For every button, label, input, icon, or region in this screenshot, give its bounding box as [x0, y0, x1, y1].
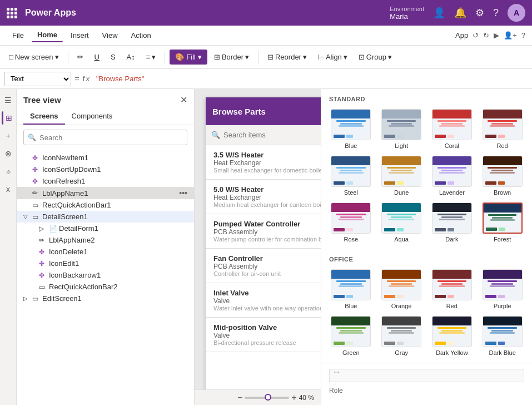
list-item[interactable]: ✤ IconBackarrow1: [17, 269, 194, 281]
persona-icon[interactable]: 👤: [433, 7, 445, 19]
theme-item-light[interactable]: Light: [380, 109, 424, 149]
border-btn[interactable]: ⊞ Border ▾: [210, 51, 253, 63]
theme-item-brown[interactable]: Brown: [480, 156, 524, 196]
app-label: App: [455, 31, 468, 39]
theme-item-rose[interactable]: Rose: [329, 202, 373, 243]
fill-icon: 🎨: [175, 53, 184, 61]
item-more-btn[interactable]: •••: [179, 189, 187, 197]
theme-item-blue[interactable]: Blue: [329, 109, 373, 149]
toolbar-sep3: [258, 51, 258, 64]
theme-item-lavender[interactable]: Lavender: [430, 156, 474, 196]
theme-preview: [483, 109, 523, 140]
item-icon: ▭: [39, 283, 47, 291]
theme-item-dune[interactable]: Dune: [380, 156, 424, 196]
menu-insert[interactable]: Insert: [65, 29, 95, 42]
redo-btn[interactable]: ↻: [483, 31, 489, 39]
run-btn[interactable]: ▶: [494, 31, 499, 39]
new-screen-btn[interactable]: □ New screen ▾: [4, 51, 63, 63]
screens-icon[interactable]: ⊞: [2, 111, 15, 125]
theme-item-office-blue[interactable]: Blue: [329, 269, 373, 309]
data-icon[interactable]: ⊗: [2, 147, 15, 160]
help-menu-btn[interactable]: ?: [521, 31, 525, 39]
tree-tab-components[interactable]: Components: [65, 108, 120, 125]
theme-name: Dark Blue: [489, 349, 515, 356]
theme-item-forest[interactable]: Forest: [480, 202, 524, 243]
strikethrough-btn[interactable]: S: [106, 51, 120, 63]
menu-view[interactable]: View: [97, 29, 123, 42]
theme-item-aqua[interactable]: Aqua: [380, 202, 424, 243]
list-item[interactable]: ✤ IconDelete1: [17, 246, 194, 258]
theme-item-office-dark-blue[interactable]: Dark Blue: [480, 316, 524, 356]
menu-home[interactable]: Home: [32, 28, 63, 42]
list-item[interactable]: ✤ IconEdit1: [17, 258, 194, 269]
theme-item-steel[interactable]: Steel: [329, 156, 373, 196]
env-name: Maria: [390, 12, 424, 21]
list-item[interactable]: ✏ LblAppName2: [17, 234, 194, 246]
item-label: LblAppName1: [42, 189, 177, 197]
item-label: IconRefresh1: [42, 177, 187, 185]
variable-icon[interactable]: x: [2, 182, 15, 196]
theme-name: Coral: [445, 142, 459, 149]
zoom-out-btn[interactable]: −: [237, 393, 242, 403]
theme-name: Dune: [394, 189, 409, 196]
menu-action[interactable]: Action: [126, 29, 157, 42]
help-icon[interactable]: ?: [493, 7, 499, 19]
theme-item-office-red[interactable]: Red: [430, 269, 474, 309]
settings-icon[interactable]: ⚙: [475, 7, 484, 19]
theme-dropdown-btn[interactable]: 🎨 Fill ▾: [170, 50, 207, 65]
property-select[interactable]: Text: [4, 72, 71, 86]
align-btn[interactable]: ≡ ▾: [142, 51, 161, 63]
tree-expand-chevron[interactable]: ▷: [23, 295, 30, 302]
theme-item-dark[interactable]: Dark: [430, 202, 474, 243]
tree-expand-chevron[interactable]: ▽: [23, 214, 30, 220]
tree-panel: Tree view ✕ Screens Components 🔍 ✤ IconN…: [17, 89, 195, 405]
item-label: DetailScreen1: [42, 213, 187, 221]
list-item[interactable]: ▷ 📄 DetailForm1: [17, 223, 194, 234]
hamburger-icon[interactable]: ☰: [2, 93, 15, 107]
office-themes-grid: Blue Orange: [321, 266, 532, 363]
list-item[interactable]: ▷ ▭ EditScreen1: [17, 293, 194, 304]
tree-close-btn[interactable]: ✕: [180, 95, 187, 105]
theme-preview: [331, 202, 371, 234]
list-item[interactable]: ✤ IconSortUpDown1: [17, 164, 194, 175]
text-style-btn[interactable]: ✏: [73, 51, 88, 63]
theme-item-office-dark-yellow[interactable]: Dark Yellow: [430, 316, 474, 356]
tree-search-input[interactable]: [23, 130, 187, 145]
theme-item-office-purple[interactable]: Purple: [480, 269, 524, 309]
theme-name: Forest: [494, 236, 511, 243]
add-icon[interactable]: +: [2, 129, 15, 142]
list-item[interactable]: ▭ RectQuickActionBar1: [17, 199, 194, 211]
zoom-slider[interactable]: [245, 397, 289, 399]
list-item[interactable]: ▭ RectQuickActionBar2: [17, 281, 194, 293]
item-icon: ✤: [39, 260, 47, 268]
zoom-value: 40 %: [299, 394, 314, 402]
group-btn[interactable]: ⊡ Group ▾: [354, 51, 396, 63]
share-btn[interactable]: 👤+: [504, 31, 517, 39]
align-text-btn[interactable]: ⊢ Align ▾: [314, 51, 352, 63]
undo-btn[interactable]: ↺: [473, 31, 479, 39]
tree-tab-screens[interactable]: Screens: [23, 108, 65, 125]
reorder-btn[interactable]: ⊟ Reorder ▾: [263, 51, 311, 63]
zoom-in-btn[interactable]: +: [291, 393, 296, 403]
user-avatar[interactable]: A: [508, 4, 525, 22]
theme-item-office-green[interactable]: Green: [329, 316, 373, 356]
theme-item-office-gray[interactable]: Gray: [380, 316, 424, 356]
list-item[interactable]: ✤ IconRefresh1: [17, 175, 194, 187]
theme-item-office-orange[interactable]: Orange: [380, 269, 424, 309]
underline-btn[interactable]: U: [90, 51, 104, 63]
theme-item-coral[interactable]: Coral: [430, 109, 474, 149]
notification-icon[interactable]: 🔔: [454, 7, 466, 19]
connector-icon[interactable]: ⟐: [2, 165, 15, 178]
menu-file[interactable]: File: [7, 29, 29, 42]
theme-name: Rose: [344, 236, 359, 243]
formula-value[interactable]: "Browse Parts": [93, 73, 528, 84]
list-item-selected[interactable]: ✏ LblAppName1 •••: [17, 187, 194, 199]
list-item[interactable]: ✤ IconNewItem1: [17, 152, 194, 164]
themes-panel: STANDARD Blue: [321, 89, 532, 405]
border-icon: ⊞: [214, 53, 220, 61]
font-size-btn[interactable]: A↕: [122, 51, 140, 63]
theme-item-red[interactable]: Red: [480, 109, 524, 149]
list-item[interactable]: ▽ ▭ DetailScreen1: [17, 211, 194, 223]
theme-name: Orange: [391, 303, 412, 309]
apps-grid-icon[interactable]: [7, 8, 17, 18]
